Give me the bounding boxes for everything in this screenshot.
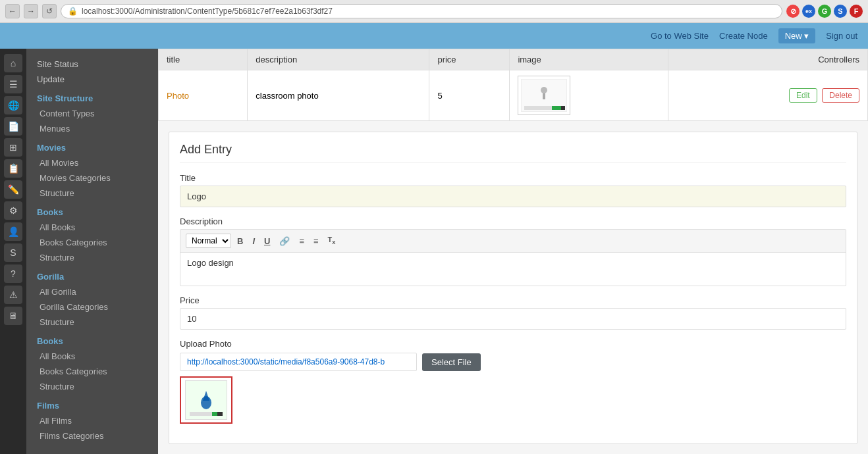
- upload-url-input[interactable]: [180, 353, 417, 371]
- address-bar[interactable]: 🔒 localhost:3000/Administration/ContentT…: [61, 4, 782, 18]
- url-text: localhost:3000/Administration/ContentTyp…: [82, 7, 333, 16]
- ext-icon4[interactable]: F: [850, 5, 863, 18]
- upload-label: Upload Photo: [180, 339, 846, 349]
- sidebar-item-films-categories[interactable]: Films Categories: [26, 428, 158, 443]
- create-node-link[interactable]: Create Node: [719, 31, 768, 41]
- price-group: Price: [180, 295, 846, 330]
- clear-format-button[interactable]: Tx: [325, 234, 339, 247]
- rte-toolbar: Normal B I U 🔗 ≡ ≡ Tx: [180, 230, 846, 253]
- sidebar-item-all-books2[interactable]: All Books: [26, 349, 158, 364]
- sidebar-section-site-structure[interactable]: Site Structure: [26, 87, 158, 106]
- link-button[interactable]: 🔗: [276, 235, 293, 247]
- monitor-icon[interactable]: 🖥: [4, 307, 22, 325]
- description-group: Description Normal B I U 🔗 ≡ ≡ Tx: [180, 216, 846, 286]
- main-content: title description price image Controller…: [158, 49, 868, 454]
- sidebar-item-all-gorilla[interactable]: All Gorilla: [26, 284, 158, 299]
- tool-icon[interactable]: ✏️: [4, 180, 22, 199]
- col-price: price: [429, 49, 510, 70]
- settings-icon[interactable]: ⚙: [4, 201, 22, 220]
- back-button[interactable]: ←: [5, 4, 20, 18]
- menu-icon[interactable]: ☰: [4, 75, 22, 93]
- sidebar-item-all-films[interactable]: All Films: [26, 413, 158, 428]
- underline-button[interactable]: U: [261, 235, 273, 247]
- browser-icon[interactable]: 🌐: [4, 96, 22, 114]
- price-input[interactable]: [180, 308, 846, 330]
- ext-icon2[interactable]: G: [818, 5, 831, 18]
- delete-button[interactable]: Delete: [822, 88, 859, 103]
- sidebar-item-all-movies[interactable]: All Movies: [26, 155, 158, 170]
- sidebar: Site Status Update Site Structure Conten…: [26, 49, 158, 454]
- user-icon[interactable]: 👤: [4, 222, 22, 241]
- unordered-list-button[interactable]: ≡: [310, 235, 322, 247]
- rte-content[interactable]: Logo design: [180, 253, 846, 286]
- svg-rect-10: [212, 412, 217, 416]
- forward-button[interactable]: →: [24, 4, 38, 18]
- title-input[interactable]: [180, 186, 846, 207]
- edit-button[interactable]: Edit: [789, 88, 817, 103]
- sidebar-item-movies-categories[interactable]: Movies Categories: [26, 170, 158, 186]
- content-table: title description price image Controller…: [158, 49, 868, 121]
- sidebar-item-menues[interactable]: Menues: [26, 121, 158, 136]
- col-description: description: [248, 49, 429, 70]
- doc-icon[interactable]: 📄: [4, 117, 22, 136]
- title-label: Title: [180, 173, 846, 183]
- svg-rect-11: [217, 412, 223, 416]
- go-to-website-link[interactable]: Go to Web Site: [651, 31, 709, 41]
- refresh-button[interactable]: ↺: [42, 4, 57, 18]
- alert-icon[interactable]: ⚠: [4, 286, 22, 304]
- new-button[interactable]: New ▾: [778, 28, 816, 43]
- browser-chrome: ← → ↺ 🔒 localhost:3000/Administration/Co…: [0, 0, 868, 23]
- thumb-svg: [524, 81, 564, 110]
- left-icon-bar: ⌂ ☰ 🌐 📄 ⊞ 📋 ✏️ ⚙ 👤 S ? ⚠ 🖥: [0, 49, 26, 454]
- sidebar-item-gorilla-structure[interactable]: Structure: [26, 315, 158, 330]
- table-row: Photo classroom photo 5: [159, 70, 868, 121]
- cell-title: Photo: [159, 70, 248, 121]
- ext-icon3[interactable]: S: [834, 5, 847, 18]
- cell-description: classroom photo: [248, 70, 429, 121]
- cell-image: [510, 70, 668, 121]
- svg-rect-3: [524, 106, 564, 110]
- top-nav: Go to Web Site Create Node New ▾ Sign ou…: [0, 23, 868, 49]
- sidebar-item-books-categories2[interactable]: Books Categories: [26, 364, 158, 379]
- sidebar-item-update[interactable]: Update: [26, 72, 158, 87]
- svg-point-2: [541, 87, 547, 93]
- col-image: image: [510, 49, 668, 70]
- bold-button[interactable]: B: [234, 235, 246, 247]
- italic-button[interactable]: I: [249, 235, 258, 247]
- ext-icon1[interactable]: ex: [802, 5, 815, 18]
- cell-controllers: Edit Delete: [668, 70, 868, 121]
- sidebar-section-films[interactable]: Films: [26, 394, 158, 413]
- sidebar-item-content-types[interactable]: Content Types: [26, 106, 158, 121]
- add-entry-form: Add Entry Title Description Normal B I U: [169, 132, 857, 444]
- sidebar-item-books-structure2[interactable]: Structure: [26, 379, 158, 394]
- home-icon[interactable]: ⌂: [4, 54, 22, 72]
- col-controllers: Controllers: [668, 49, 868, 70]
- format-select[interactable]: Normal: [186, 234, 231, 248]
- main-layout: ⌂ ☰ 🌐 📄 ⊞ 📋 ✏️ ⚙ 👤 S ? ⚠ 🖥 Site Status U…: [0, 49, 868, 454]
- price-label: Price: [180, 295, 846, 305]
- sidebar-item-gorilla-categories[interactable]: Gorilla Categories: [26, 299, 158, 315]
- sidebar-item-site-status[interactable]: Site Status: [26, 57, 158, 72]
- sidebar-item-books-structure[interactable]: Structure: [26, 250, 158, 265]
- info-icon[interactable]: ?: [4, 265, 22, 283]
- sidebar-section-movies[interactable]: Movies: [26, 136, 158, 155]
- preview-svg: [190, 384, 223, 416]
- sign-out-link[interactable]: Sign out: [826, 31, 857, 41]
- update-icon[interactable]: S: [4, 243, 22, 262]
- browser-icons: ⊘ ex G S F: [786, 5, 863, 18]
- sidebar-item-movies-structure[interactable]: Structure: [26, 186, 158, 201]
- preview-inner: [185, 380, 227, 420]
- page-icon[interactable]: 📋: [4, 159, 22, 178]
- sidebar-section-books[interactable]: Books: [26, 201, 158, 220]
- stop-icon[interactable]: ⊘: [786, 5, 800, 18]
- upload-row: Select File: [180, 353, 846, 371]
- sidebar-item-books-categories[interactable]: Books Categories: [26, 235, 158, 250]
- ordered-list-button[interactable]: ≡: [296, 235, 308, 247]
- sidebar-section-gorilla[interactable]: Gorilla: [26, 265, 158, 284]
- sidebar-item-all-books[interactable]: All Books: [26, 220, 158, 235]
- title-group: Title: [180, 173, 846, 207]
- rich-text-editor: Normal B I U 🔗 ≡ ≡ Tx Logo design: [180, 229, 846, 286]
- select-file-button[interactable]: Select File: [422, 353, 481, 371]
- sidebar-section-books2[interactable]: Books: [26, 330, 158, 349]
- grid-icon[interactable]: ⊞: [4, 138, 22, 157]
